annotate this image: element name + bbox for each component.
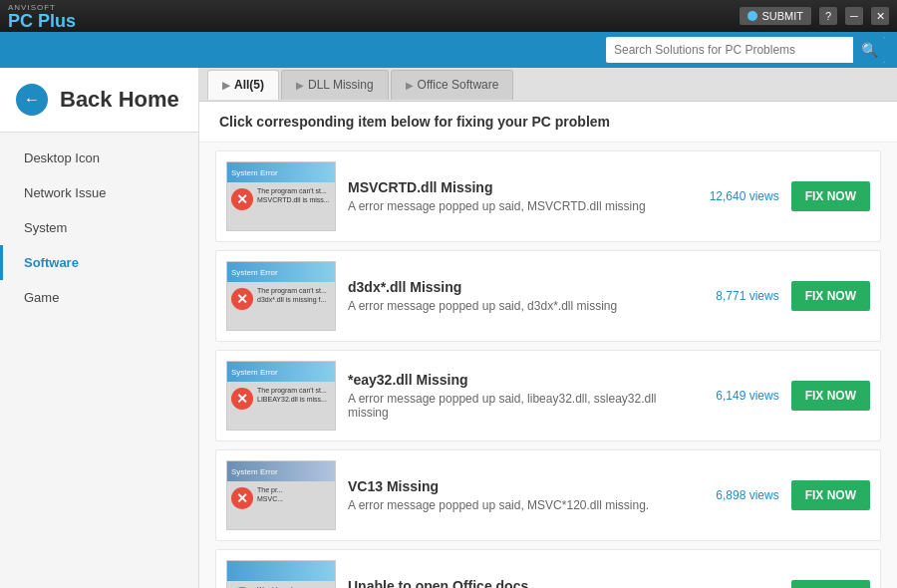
fix-now-button[interactable]: FIX NOW (791, 281, 870, 311)
sidebar-nav: Desktop Icon Network Issue System Softwa… (0, 133, 198, 323)
window-controls: SUBMIT ? ─ ✕ (740, 7, 889, 25)
thumb-body: ✕ The pr... MSVC... (227, 481, 335, 529)
item-desc: A error message popped up said, d3dx*.dl… (348, 299, 688, 313)
minimize-button[interactable]: ─ (845, 7, 863, 25)
list-item: System Error ✕ The program can't st... M… (215, 150, 881, 242)
search-button[interactable]: 🔍 (853, 37, 885, 63)
error-icon: ✕ (231, 487, 253, 509)
tab-all-label: All(5) (234, 78, 264, 92)
item-thumbnail: System Error ✕ The pr... MSVC... (226, 460, 336, 530)
item-views: 6,898 views (700, 488, 779, 502)
thumb-titlebar: System Error (227, 262, 335, 282)
sidebar-item-desktop-icon[interactable]: Desktop Icon (0, 141, 198, 175)
fix-now-button[interactable]: FIX NOW (791, 181, 870, 211)
item-meta: 8,771 views FIX NOW (700, 281, 870, 311)
thumb-text: The program can't st... d3dx*.dll is mis… (257, 286, 327, 304)
item-meta: 6,149 views FIX NOW (700, 381, 870, 411)
main-layout: ← Back Home Desktop Icon Network Issue S… (0, 68, 897, 588)
tabs-bar: ▶ All(5) ▶ DLL Missing ▶ Office Software (199, 68, 897, 102)
search-input[interactable] (606, 43, 853, 57)
item-title: d3dx*.dll Missing (348, 279, 688, 295)
item-desc: A error message popped up said, MSVC*120… (348, 498, 688, 512)
list-item: System Error ✕ The pr... MSVC... VC13 Mi… (215, 449, 881, 541)
close-button[interactable]: ✕ (871, 7, 889, 25)
item-thumbnail: System Error ✕ The program can't st... M… (226, 161, 336, 231)
item-meta: 12,640 views FIX NOW (700, 181, 870, 211)
thumb-titlebar: System Error (227, 162, 335, 182)
app-logo: ANVISOFT PC Plus (8, 3, 76, 30)
sidebar-item-system[interactable]: System (0, 210, 198, 245)
item-desc: A error message popped up said, MSVCRTD.… (348, 199, 688, 213)
item-title: VC13 Missing (348, 478, 688, 494)
item-thumbnail: ? Word has d... want to sta... (226, 560, 336, 588)
tab-dll-arrow: ▶ (296, 80, 304, 91)
item-title: *eay32.dll Missing (348, 372, 688, 388)
help-button[interactable]: ? (819, 7, 837, 25)
thumb-text: The pr... MSVC... (257, 485, 283, 503)
tab-dll-label: DLL Missing (308, 78, 374, 92)
tab-all-arrow: ▶ (222, 80, 230, 91)
tab-all[interactable]: ▶ All(5) (207, 70, 279, 100)
error-icon: ✕ (231, 288, 253, 310)
thumb-body: ? Word has d... want to sta... (227, 581, 335, 588)
item-title: MSVCRTD.dll Missing (348, 179, 688, 195)
fix-now-button[interactable]: FIX NOW (791, 381, 870, 411)
searchbar: 🔍 (0, 32, 897, 68)
fix-now-button[interactable]: FIX NOW (791, 580, 870, 588)
tab-dll-missing[interactable]: ▶ DLL Missing (281, 70, 389, 100)
thumb-titlebar: System Error (227, 461, 335, 481)
list-item: System Error ✕ The program can't st... L… (215, 350, 881, 441)
content-header-text: Click corresponding item below for fixin… (219, 114, 610, 130)
back-arrow-icon: ← (16, 84, 48, 116)
item-info: d3dx*.dll Missing A error message popped… (348, 279, 688, 313)
item-info: *eay32.dll Missing A error message poppe… (348, 372, 688, 420)
item-views: 6,149 views (700, 389, 779, 403)
item-thumbnail: System Error ✕ The program can't st... d… (226, 261, 336, 331)
item-desc: A error message popped up said, libeay32… (348, 392, 688, 420)
content-area: ▶ All(5) ▶ DLL Missing ▶ Office Software… (199, 68, 897, 588)
error-icon: ✕ (231, 188, 253, 210)
sidebar-item-network-issue[interactable]: Network Issue (0, 175, 198, 210)
titlebar: ANVISOFT PC Plus SUBMIT ? ─ ✕ (0, 0, 897, 32)
item-views: 12,640 views (700, 189, 779, 203)
list-item: ? Word has d... want to sta... Unable to… (215, 549, 881, 588)
back-home-button[interactable]: ← Back Home (0, 68, 198, 133)
pcplus-label: PC Plus (8, 12, 76, 30)
thumb-text: The program can't st... MSVCRTD.dll is m… (257, 186, 330, 204)
item-meta: 6,898 views FIX NOW (700, 480, 870, 510)
submit-button[interactable]: SUBMIT (740, 7, 811, 25)
back-home-label: Back Home (60, 87, 179, 113)
tab-office-software[interactable]: ▶ Office Software (391, 70, 514, 100)
sidebar-item-game[interactable]: Game (0, 280, 198, 315)
error-icon: ✕ (231, 388, 253, 410)
item-title: Unable to open Office docs (348, 578, 688, 588)
item-thumbnail: System Error ✕ The program can't st... L… (226, 361, 336, 431)
fix-now-button[interactable]: FIX NOW (791, 480, 870, 510)
item-meta: 6,579 views FIX NOW (700, 580, 870, 588)
tab-office-label: Office Software (418, 78, 499, 92)
thumb-titlebar: System Error (227, 362, 335, 382)
content-header: Click corresponding item below for fixin… (199, 102, 897, 143)
thumb-body: ✕ The program can't st... MSVCRTD.dll is… (227, 182, 335, 230)
submit-dot (748, 11, 757, 21)
search-wrap: 🔍 (606, 37, 885, 63)
item-info: MSVCRTD.dll Missing A error message popp… (348, 179, 688, 213)
thumb-body: ✕ The program can't st... d3dx*.dll is m… (227, 282, 335, 330)
tab-office-arrow: ▶ (406, 80, 414, 91)
sidebar-item-software[interactable]: Software (0, 245, 198, 280)
submit-label: SUBMIT (761, 10, 803, 22)
sidebar: ← Back Home Desktop Icon Network Issue S… (0, 68, 199, 588)
thumb-body: ✕ The program can't st... LIBEAY32.dll i… (227, 382, 335, 430)
item-views: 8,771 views (700, 289, 779, 303)
thumb-titlebar (227, 561, 335, 581)
item-info: Unable to open Office docs Can't open Wo… (348, 578, 688, 588)
items-list: System Error ✕ The program can't st... M… (199, 143, 897, 588)
item-info: VC13 Missing A error message popped up s… (348, 478, 688, 512)
thumb-text: The program can't st... LIBEAY32.dll is … (257, 386, 327, 404)
list-item: System Error ✕ The program can't st... d… (215, 250, 881, 342)
